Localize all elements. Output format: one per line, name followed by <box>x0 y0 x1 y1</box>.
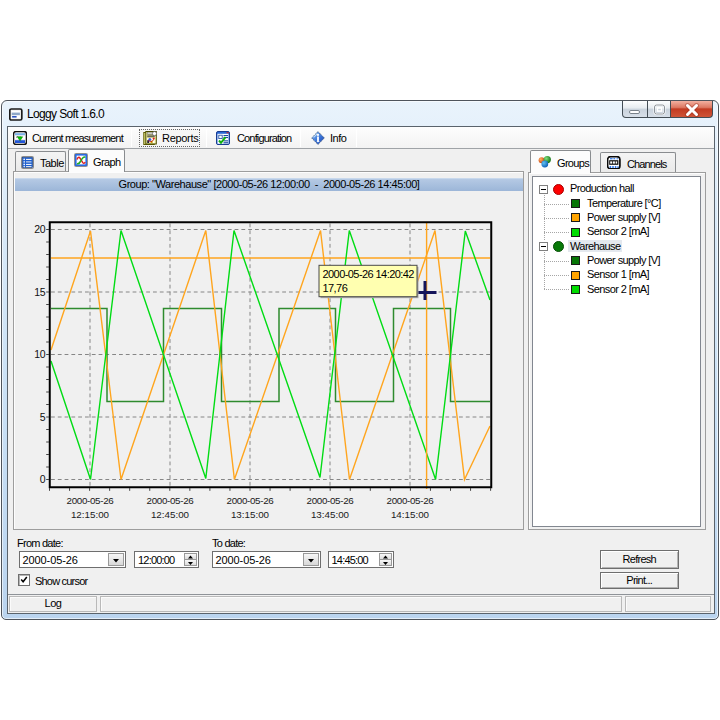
svg-text:5: 5 <box>40 411 46 423</box>
svg-text:15: 15 <box>34 286 45 298</box>
svg-text:12:15:00: 12:15:00 <box>71 509 110 520</box>
svg-text:2000-05-26: 2000-05-26 <box>387 495 435 506</box>
svg-text:2000-05-26 14:20:42: 2000-05-26 14:20:42 <box>323 268 415 280</box>
svg-text:0: 0 <box>40 473 46 485</box>
svg-text:13:45:00: 13:45:00 <box>311 509 350 520</box>
svg-text:10: 10 <box>34 348 45 360</box>
svg-text:17,76: 17,76 <box>323 282 348 294</box>
svg-text:2000-05-26: 2000-05-26 <box>147 495 195 506</box>
svg-text:14:15:00: 14:15:00 <box>391 509 430 520</box>
svg-text:13:15:00: 13:15:00 <box>231 509 270 520</box>
svg-text:2000-05-26: 2000-05-26 <box>227 495 275 506</box>
svg-text:20: 20 <box>34 223 45 235</box>
svg-text:2000-05-26: 2000-05-26 <box>67 495 115 506</box>
svg-text:12:45:00: 12:45:00 <box>151 509 190 520</box>
svg-text:2000-05-26: 2000-05-26 <box>307 495 355 506</box>
